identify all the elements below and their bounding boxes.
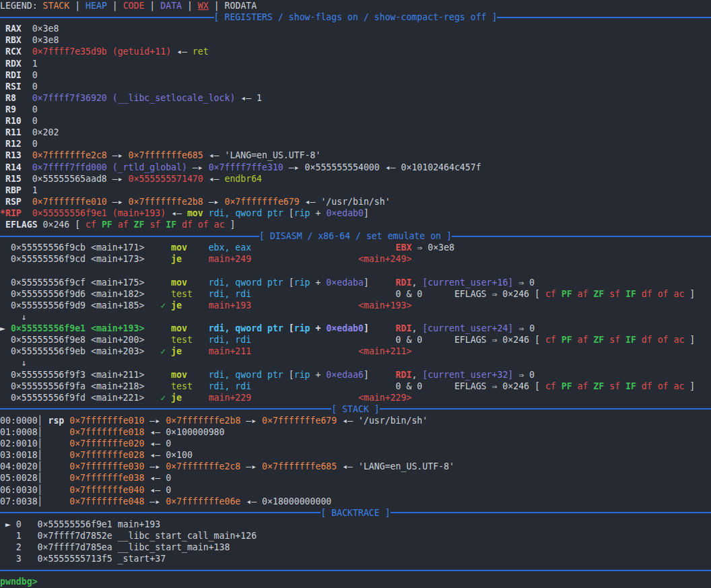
- text-segment: —▸: [144, 496, 166, 507]
- text-segment: of: [658, 289, 674, 299]
- legend-stack: STACK: [43, 1, 70, 11]
- register-name: *RIP: [0, 208, 32, 218]
- register-row: RDI 0: [0, 69, 711, 81]
- register-row: R10 0: [0, 115, 711, 127]
- frame-number: 0: [16, 519, 38, 529]
- panel-title: [ BACKTRACE ]: [320, 507, 390, 519]
- text-segment: rdi, qword ptr: [209, 277, 289, 288]
- register-row: RSI 0: [0, 81, 711, 92]
- register-row: R11 0×202: [0, 127, 711, 138]
- stack-header: [ STACK ]: [0, 403, 711, 415]
- text-segment: of: [658, 381, 674, 391]
- text-segment: 0×7fffffffe038: [69, 473, 144, 483]
- text-segment: 0: [32, 139, 38, 149]
- text-segment: cf: [545, 381, 562, 391]
- text-segment: je: [171, 254, 209, 264]
- text-segment: 0×5555555713f5 _start+37: [38, 554, 166, 564]
- text-segment: 0×55555556f9d6 <main+182>: [0, 289, 171, 299]
- stack-row: 05:0028│ 0×7fffffffe038 ◂— 0: [0, 472, 711, 484]
- text-segment: ◂—: [166, 208, 187, 218]
- panel-title: [ REGISTERS / show-flags on / show-compa…: [214, 11, 498, 23]
- text-segment: 0×7fffffffe048: [69, 496, 144, 507]
- text-segment: |: [182, 1, 198, 11]
- register-name: RBX: [0, 35, 32, 45]
- text-segment: ,: [411, 323, 422, 333]
- divider-line: [0, 408, 331, 410]
- legend-bar: LEGEND: STACK | HEAP | CODE | DATA | WX …: [0, 0, 711, 11]
- stack-row: 06:0030│ 0×7fffffffe040 ◂— 0: [0, 484, 711, 496]
- text-segment: 0×18000000000: [262, 496, 331, 507]
- text-segment: cf: [545, 335, 562, 345]
- legend-row: LEGEND: STACK | HEAP | CODE | DATA | WX …: [0, 0, 711, 11]
- legend-data: DATA: [160, 1, 182, 11]
- text-segment: ⇒ 0: [513, 323, 535, 333]
- text-segment: +: [310, 208, 327, 218]
- text-segment: 0×7fffffffe679: [224, 197, 299, 207]
- footer-rule: [0, 564, 711, 576]
- text-segment: —▸: [107, 150, 129, 160]
- text-segment: RDI: [396, 277, 412, 288]
- register-row: R15 0×55555565aad8 —▸ 0×555555571470 ◂— …: [0, 173, 711, 185]
- register-name: RAX: [0, 24, 32, 34]
- text-segment: af: [578, 335, 594, 345]
- text-segment: 0×100: [166, 450, 193, 460]
- text-segment: [: [289, 277, 294, 288]
- text-segment: 0×55555556f9f3 <main+211>: [0, 370, 171, 380]
- divider-line: [0, 570, 711, 571]
- text-segment: 0×7fffffffe030: [69, 461, 144, 471]
- legend-heap: HEAP: [86, 1, 107, 11]
- register-name: rsp: [48, 416, 64, 426]
- text-segment: │: [38, 473, 70, 483]
- disasm-row: 0×55555556f9fd <main+221> ✓ je main+229 …: [0, 392, 711, 403]
- stack-row: 00:0000│ rsp 0×7fffffffe010 —▸ 0×7ffffff…: [0, 415, 711, 426]
- text-segment: │: [38, 461, 70, 471]
- text-segment: of: [658, 335, 674, 345]
- branch-taken-icon: ✓: [160, 300, 166, 311]
- text-segment: [166, 300, 171, 311]
- stack-offset: 05:0028: [0, 473, 38, 483]
- disasm-row: 0×55555556f9cd <main+173> je main+249 <m…: [0, 253, 711, 265]
- register-name: EFLAGS: [0, 220, 43, 230]
- disasm-row: 0×55555556f9f3 <main+211> mov rdi, qword…: [0, 369, 711, 381]
- text-segment: ac: [214, 220, 225, 230]
- text-segment: LEGEND:: [0, 1, 43, 11]
- text-segment: 0×55555556f9cb <main+171>: [0, 242, 171, 253]
- text-segment: 0×7fffffffe2c8: [32, 150, 107, 160]
- text-segment: rdi, qword ptr: [209, 370, 289, 380]
- text-segment: |: [209, 1, 225, 11]
- text-segment: 0×edab0: [326, 323, 364, 333]
- text-segment: <main+249>: [358, 254, 411, 264]
- text-segment: 0×edaa6: [326, 370, 364, 380]
- text-segment: cf: [545, 289, 562, 299]
- text-segment: 0×55555556f9e8 <main+200>: [0, 335, 171, 345]
- frame-number: 2: [0, 542, 38, 552]
- text-segment: df: [182, 220, 198, 230]
- text-segment: PF: [562, 335, 578, 345]
- stack-row: 03:0018│ 0×7fffffffe028 ◂— 0×100: [0, 449, 711, 461]
- text-segment: ac: [674, 381, 685, 391]
- text-segment: 0×55555556f9e1 (main+193): [32, 208, 166, 218]
- text-segment: ◂—: [337, 461, 358, 471]
- frame-number: 3: [0, 554, 38, 564]
- legend-rodata: RODATA: [225, 1, 257, 11]
- divider-line: [497, 17, 711, 18]
- text-segment: main+211: [209, 346, 252, 356]
- text-segment: ZF: [134, 220, 150, 230]
- disasm-row: 0×55555556f9e8 <main+200> test rdi, rdi …: [0, 334, 711, 346]
- prompt-line[interactable]: pwndbg>: [0, 576, 711, 587]
- text-segment: │: [38, 450, 70, 460]
- text-segment: main+249: [209, 254, 252, 264]
- text-segment: [251, 381, 395, 391]
- text-segment: ]: [684, 381, 695, 391]
- text-segment: [current_user+24]: [422, 323, 513, 333]
- text-segment: +: [310, 370, 327, 380]
- text-segment: 0×7fffffffe028: [69, 450, 144, 460]
- text-segment: ◂—: [144, 427, 166, 437]
- prompt-label: pwndbg>: [0, 577, 38, 587]
- text-segment: 0: [32, 116, 38, 126]
- text-segment: —▸: [240, 416, 262, 426]
- text-segment: ◂—: [144, 438, 166, 449]
- disasm-row: 0×55555556f9cf <main+175> mov rdi, qword…: [0, 277, 711, 288]
- text-segment: 0×7ffff7f36920 (__libc_setlocale_lock): [32, 93, 236, 103]
- text-segment: ◂—: [203, 174, 225, 184]
